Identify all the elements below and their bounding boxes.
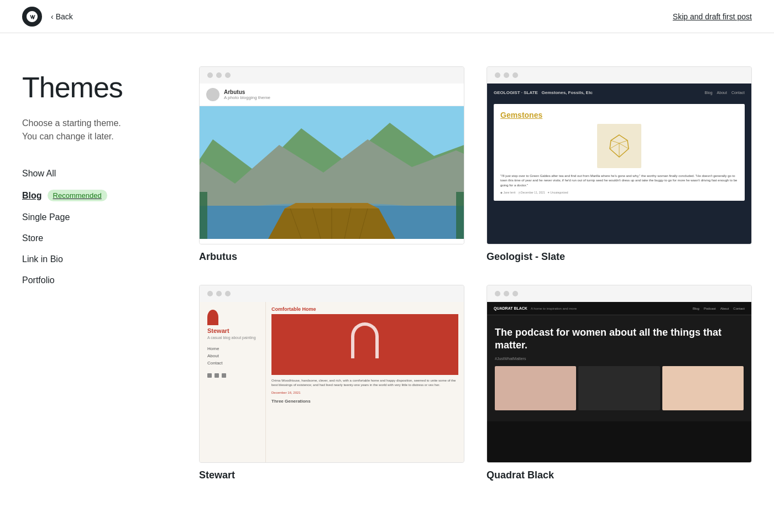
arbutus-theme-name: Arbutus: [199, 251, 464, 263]
dot-3: [225, 291, 231, 296]
stewart-theme-name: Stewart: [199, 470, 464, 481]
geo-nav: GEOLOGIST · SLATE Gemstones, Fossils, Et…: [494, 90, 745, 95]
stewart-post-title: Comfortable Home: [266, 302, 464, 314]
stewart-post-text: Orima WoodHouse, handsome, clever, and r…: [266, 375, 464, 391]
dot-3: [512, 72, 518, 78]
stewart-post-date: December 16, 2021: [266, 391, 464, 397]
svg-line-15: [611, 135, 619, 140]
back-label: Back: [56, 12, 73, 21]
svg-line-20: [619, 143, 629, 149]
svg-line-19: [610, 143, 619, 149]
dot-2: [216, 291, 222, 296]
quadrat-nav: QUADRAT BLACK A home to inspiration and …: [487, 302, 751, 315]
page-title: Themes: [22, 72, 166, 103]
dot-2: [504, 72, 509, 78]
quadrat-hero-heading: The podcast for women about all the thin…: [495, 326, 744, 352]
arbutus-title: Arbutus: [224, 89, 270, 95]
theme-card-arbutus[interactable]: Arbutus A photo blogging theme: [199, 66, 464, 263]
theme-card-quadrat-black[interactable]: QUADRAT BLACK A home to inspiration and …: [487, 285, 752, 481]
sidebar-item-store[interactable]: Store: [22, 228, 166, 249]
arbutus-avatar: [206, 88, 219, 101]
recommended-badge: Recommended: [48, 190, 107, 201]
facebook-icon: [215, 373, 219, 378]
arbutus-mountain-image: [200, 106, 464, 239]
quadrat-nav-links: Blog Podcast About Contact: [693, 307, 745, 310]
instagram-icon: [222, 373, 226, 378]
sidebar-item-portfolio[interactable]: Portfolio: [22, 270, 166, 291]
filter-nav: Show All Blog Recommended Single Page St…: [22, 163, 166, 291]
themes-grid: Arbutus A photo blogging theme: [199, 66, 752, 481]
header: ‹ Back Skip and draft first post: [0, 0, 774, 33]
quadrat-preview-container: QUADRAT BLACK A home to inspiration and …: [487, 285, 752, 463]
wordpress-logo: [22, 7, 42, 27]
arbutus-header-bar: Arbutus A photo blogging theme: [200, 84, 464, 106]
skip-link[interactable]: Skip and draft first post: [673, 12, 752, 21]
dot-3: [225, 72, 231, 78]
back-button[interactable]: ‹ Back: [51, 12, 73, 21]
arbutus-preview: Arbutus A photo blogging theme: [200, 84, 464, 244]
geo-brand: GEOLOGIST · SLATE Gemstones, Fossils, Et…: [494, 90, 593, 95]
window-dots: [487, 285, 751, 302]
main-layout: Themes Choose a starting theme. You can …: [0, 33, 774, 503]
arbutus-site-info: Arbutus A photo blogging theme: [224, 89, 270, 100]
quadrat-img-2: [578, 366, 660, 410]
stewart-post-title2: Three Generations: [266, 397, 464, 406]
stewart-tagline: A casual blog about painting: [207, 336, 256, 340]
sidebar-item-link-in-bio[interactable]: Link in Bio: [22, 249, 166, 270]
page-description: Choose a starting theme. You can change …: [22, 117, 166, 143]
dot-2: [504, 291, 509, 296]
geo-nav-links: Blog About Contact: [705, 91, 745, 95]
quadrat-preview: QUADRAT BLACK A home to inspiration and …: [487, 302, 751, 462]
svg-line-18: [619, 140, 627, 143]
geo-gem-image: [597, 124, 641, 168]
theme-card-stewart[interactable]: Stewart A casual blog about painting Hom…: [199, 285, 464, 481]
svg-line-16: [619, 135, 627, 140]
header-left: ‹ Back: [22, 7, 73, 27]
geologist-preview-container: GEOLOGIST · SLATE Gemstones, Fossils, Et…: [487, 66, 752, 244]
svg-rect-12: [200, 192, 207, 239]
window-dots: [487, 67, 751, 84]
quadrat-brand: QUADRAT BLACK A home to inspiration and …: [494, 306, 577, 310]
arbutus-subtitle: A photo blogging theme: [224, 95, 270, 100]
arbutus-preview-container: Arbutus A photo blogging theme: [199, 66, 464, 244]
stewart-social: [207, 373, 226, 378]
stewart-preview-container: Stewart A casual blog about painting Hom…: [199, 285, 464, 463]
quadrat-img-3: [662, 366, 744, 410]
window-dots: [200, 285, 464, 302]
sidebar-item-single-page[interactable]: Single Page: [22, 207, 166, 228]
dot-1: [207, 291, 213, 296]
stewart-post-image: [271, 314, 458, 375]
window-dots: [200, 67, 464, 84]
geo-post-content: "I'll just stop over to Green Gables aft…: [500, 174, 738, 187]
arch-shape: [351, 322, 379, 358]
sidebar: Themes Choose a starting theme. You can …: [22, 66, 166, 481]
sidebar-item-show-all[interactable]: Show All: [22, 163, 166, 184]
geo-post-title: Gemstones: [500, 111, 738, 119]
stewart-main: Comfortable Home Orima WoodHouse, handso…: [266, 302, 464, 462]
stewart-preview: Stewart A casual blog about painting Hom…: [200, 302, 464, 462]
svg-rect-13: [456, 192, 464, 239]
dot-1: [207, 72, 213, 78]
dot-2: [216, 72, 222, 78]
back-arrow-icon: ‹: [51, 12, 54, 21]
stewart-sidebar: Stewart A casual blog about painting Hom…: [200, 302, 266, 462]
geo-post-meta: ◆ Jane lerrit ◷ December 11, 2021 ✦ Unca…: [500, 191, 738, 194]
quadrat-img-1: [495, 366, 576, 410]
sidebar-item-blog[interactable]: Blog Recommended: [22, 184, 166, 207]
dot-3: [512, 291, 518, 296]
stewart-site-name: Stewart: [207, 327, 229, 334]
quadrat-hashtag: #JustWhatMatters: [495, 357, 744, 361]
quadrat-black-theme-name: Quadrat Black: [487, 470, 752, 481]
theme-card-geologist-slate[interactable]: GEOLOGIST · SLATE Gemstones, Fossils, Et…: [487, 66, 752, 263]
quadrat-hero: The podcast for women about all the thin…: [487, 315, 751, 421]
dot-1: [495, 72, 500, 78]
quadrat-image-grid: [495, 366, 744, 410]
dot-1: [495, 291, 500, 296]
geologist-preview: GEOLOGIST · SLATE Gemstones, Fossils, Et…: [487, 84, 751, 244]
twitter-icon: [207, 373, 212, 378]
geologist-slate-theme-name: Geologist - Slate: [487, 251, 752, 263]
svg-line-17: [611, 140, 619, 143]
geo-content: Gemstones: [494, 104, 745, 201]
stewart-logo: [207, 310, 218, 325]
